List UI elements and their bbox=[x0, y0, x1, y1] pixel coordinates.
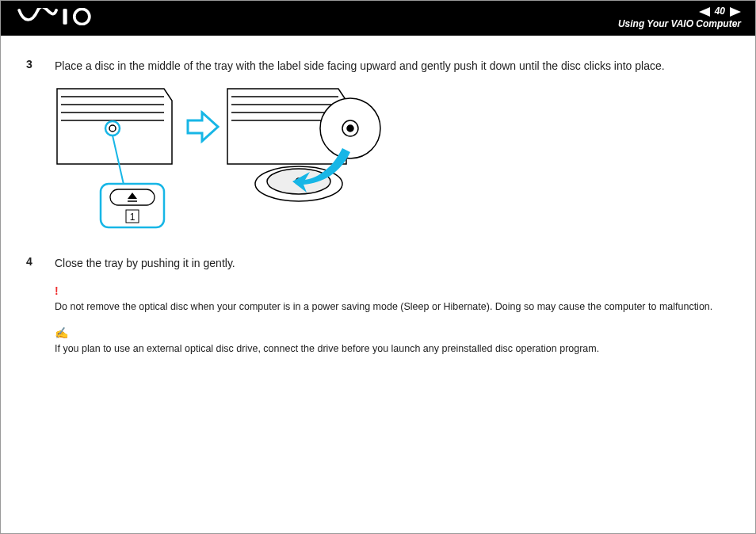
svg-point-1 bbox=[74, 9, 90, 24]
disc-insert-figure: 1 bbox=[53, 85, 730, 238]
note-icon: ✍ bbox=[55, 325, 730, 341]
section-title: Using Your VAIO Computer bbox=[618, 18, 741, 31]
warning-icon: ! bbox=[55, 283, 730, 299]
step-4: 4 Close the tray by pushing it in gently… bbox=[26, 255, 730, 367]
step-number: 3 bbox=[26, 58, 37, 74]
warning-text: Do not remove the optical disc when your… bbox=[55, 300, 730, 314]
step-text: Place a disc in the middle of the tray w… bbox=[55, 58, 730, 74]
step-3: 3 Place a disc in the middle of the tray… bbox=[26, 58, 730, 74]
svg-rect-0 bbox=[63, 9, 67, 24]
vaio-logo bbox=[15, 8, 102, 29]
header-right: 40 Using Your VAIO Computer bbox=[618, 6, 741, 30]
page: 40 Using Your VAIO Computer 3 Place a di… bbox=[0, 0, 756, 534]
figure-callout-number: 1 bbox=[130, 212, 136, 223]
page-navigator: 40 bbox=[699, 6, 741, 18]
svg-marker-3 bbox=[730, 7, 741, 17]
content-area: 3 Place a disc in the middle of the tray… bbox=[1, 36, 755, 400]
step-number: 4 bbox=[26, 255, 37, 367]
svg-marker-2 bbox=[699, 7, 710, 17]
note-text: If you plan to use an external optical d… bbox=[55, 342, 730, 356]
svg-point-27 bbox=[347, 125, 353, 132]
next-page-arrow-icon[interactable] bbox=[730, 7, 741, 17]
header-bar: 40 Using Your VAIO Computer bbox=[1, 1, 755, 36]
svg-point-10 bbox=[109, 125, 116, 132]
prev-page-arrow-icon[interactable] bbox=[699, 7, 710, 17]
step-4-text: Close the tray by pushing it in gently. bbox=[55, 255, 730, 271]
step-text: Close the tray by pushing it in gently. … bbox=[55, 255, 730, 367]
page-number: 40 bbox=[715, 6, 725, 18]
